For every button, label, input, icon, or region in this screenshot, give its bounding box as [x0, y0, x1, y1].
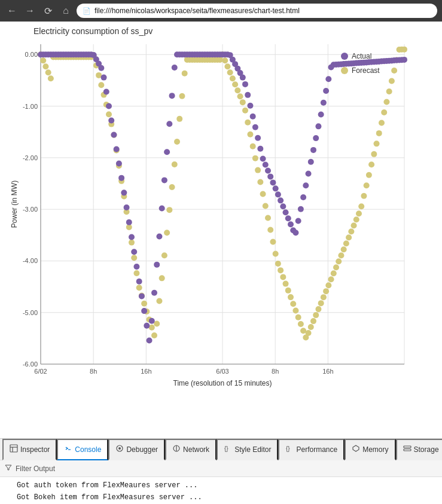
tab-style-editor-label: Style Editor: [234, 445, 271, 454]
tab-debugger[interactable]: Debugger: [108, 439, 165, 460]
tab-console[interactable]: Console: [57, 439, 108, 460]
forward-button[interactable]: →: [23, 4, 37, 18]
svg-marker-12: [5, 465, 11, 470]
console-icon: [64, 444, 72, 454]
tab-console-label: Console: [75, 445, 101, 454]
network-icon: [172, 444, 181, 454]
style-editor-icon: {}: [224, 444, 232, 454]
tab-debugger-label: Debugger: [126, 445, 158, 454]
tab-network[interactable]: Network: [165, 439, 217, 460]
devtools-toolbar: Inspector Console Debugger Network {} St…: [0, 438, 442, 460]
svg-text:{}: {}: [286, 445, 290, 452]
address-text: file:///home/nicolas/workspace/seita/fle…: [95, 7, 300, 15]
tab-performance-label: Performance: [296, 445, 337, 454]
tab-storage[interactable]: Storage: [396, 439, 442, 460]
chart-wrapper: [10, 38, 432, 397]
filter-icon: [5, 464, 12, 473]
tab-inspector-label: Inspector: [20, 445, 50, 454]
svg-marker-9: [353, 445, 359, 451]
browser-toolbar: ← → ⟳ ⌂ 📄 file:///home/nicolas/workspace…: [0, 0, 442, 22]
tab-inspector[interactable]: Inspector: [2, 439, 57, 460]
file-icon: 📄: [83, 7, 91, 15]
svg-text:{}: {}: [224, 445, 228, 452]
main-content: Electricity consumption of ss_pv: [0, 22, 442, 438]
storage-icon: [403, 444, 411, 454]
performance-icon: {}: [285, 444, 294, 454]
svg-rect-0: [10, 445, 17, 452]
msg-text-1: Got Bokeh item from FlexMeasures server …: [17, 492, 202, 503]
console-msg-1: Got Bokeh item from FlexMeasures server …: [0, 491, 442, 503]
svg-rect-11: [404, 449, 411, 451]
address-bar[interactable]: 📄 file:///home/nicolas/workspace/seita/f…: [77, 4, 437, 18]
tab-memory[interactable]: Memory: [345, 439, 395, 460]
console-filter-bar: Filter Output: [0, 460, 442, 477]
tab-network-label: Network: [183, 445, 209, 454]
svg-point-5: [118, 447, 121, 450]
back-button[interactable]: ←: [5, 4, 19, 18]
svg-rect-10: [404, 446, 411, 448]
debugger-icon: [115, 444, 124, 454]
console-area: Filter Output Got auth token from FlexMe…: [0, 460, 442, 504]
chart-title: Electricity consumption of ss_pv: [33, 26, 432, 36]
reload-button[interactable]: ⟳: [41, 4, 55, 18]
console-messages: Got auth token from FlexMeaures server .…: [0, 477, 442, 504]
chart-container: Electricity consumption of ss_pv: [10, 26, 432, 438]
inspector-icon: [10, 444, 18, 454]
filter-label: Filter Output: [16, 465, 55, 473]
msg-text-0: Got auth token from FlexMeaures server .…: [17, 480, 197, 491]
console-msg-0: Got auth token from FlexMeaures server .…: [0, 479, 442, 491]
tab-storage-label: Storage: [414, 445, 439, 454]
home-button[interactable]: ⌂: [59, 4, 73, 18]
tab-memory-label: Memory: [362, 445, 388, 454]
tab-performance[interactable]: {} Performance: [278, 439, 345, 460]
memory-icon: [352, 444, 360, 454]
tab-style-editor[interactable]: {} Style Editor: [217, 439, 278, 460]
